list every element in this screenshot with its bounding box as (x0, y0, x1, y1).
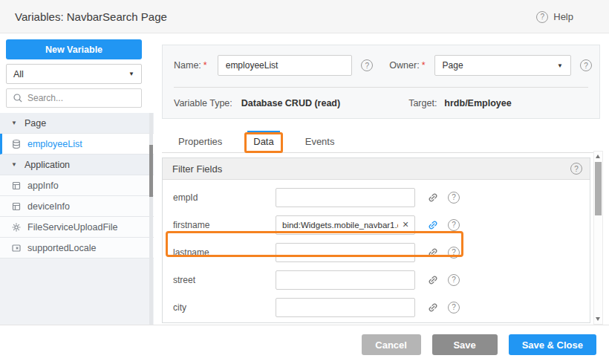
required-marker: * (422, 60, 426, 71)
city-value-input[interactable] (276, 298, 415, 317)
scroll-down-icon[interactable] (596, 317, 600, 321)
variable-name-input[interactable] (218, 55, 353, 76)
dialog-footer: Cancel Save Save & Close (0, 325, 609, 364)
tree-item-employeelist[interactable]: employeeList (0, 134, 154, 155)
field-label: firstname (173, 220, 276, 230)
variable-summary-panel: Name: * ? Owner: * Page ▼ ? Variable Typ… (162, 45, 600, 119)
target-value: hrdb/Employee (444, 98, 511, 108)
owner-select[interactable]: Page ▼ (434, 55, 571, 76)
cancel-button[interactable]: Cancel (362, 334, 421, 355)
tree-item-deviceinfo[interactable]: deviceInfo (0, 196, 154, 217)
caret-down-icon: ▼ (11, 161, 17, 168)
filter-row-firstname: firstname × ? (163, 211, 590, 238)
tab-properties[interactable]: Properties (172, 131, 228, 152)
tree-group-page[interactable]: ▼ Page (0, 113, 154, 134)
object-icon (11, 181, 22, 191)
bind-link-icon[interactable] (427, 302, 439, 313)
variable-filter-select[interactable]: All ▼ (6, 64, 142, 84)
tab-data[interactable]: Data (247, 131, 279, 152)
empid-value-input[interactable] (276, 188, 415, 207)
search-input[interactable] (27, 93, 135, 103)
tree-group-application[interactable]: ▼ Application (0, 155, 154, 175)
new-variable-button[interactable]: New Variable (6, 39, 142, 59)
variable-type-label: Variable Type: (174, 98, 232, 108)
variables-dialog: Variables: NavbarSearch Page ? Help New … (0, 0, 609, 364)
help-label: Help (553, 11, 573, 22)
dialog-title: Variables: NavbarSearch Page (15, 0, 167, 33)
bind-link-icon[interactable] (427, 274, 439, 286)
search-icon (13, 93, 23, 103)
filter-row-city: city ? (163, 293, 590, 321)
content-scrollbar[interactable] (593, 151, 603, 325)
save-and-close-button[interactable]: Save & Close (509, 334, 596, 355)
variable-detail-pane: Name: * ? Owner: * Page ▼ ? Variable Typ… (154, 33, 609, 325)
owner-value: Page (443, 60, 463, 71)
service-gear-icon (11, 222, 22, 233)
variable-filter-value: All (13, 69, 24, 79)
field-label: street (173, 275, 276, 285)
variables-sidebar: New Variable All ▼ ▼ Page employeeList (0, 33, 154, 325)
tree-item-label: appInfo (27, 181, 59, 191)
filter-row-empid: empId ? (163, 183, 590, 211)
filter-fields-help-icon[interactable]: ? (570, 163, 582, 175)
bind-link-icon-active[interactable] (427, 219, 439, 231)
filter-row-lastname: lastname ? (163, 238, 590, 266)
field-help-icon[interactable]: ? (448, 192, 460, 204)
field-label: lastname (173, 247, 276, 258)
help-link[interactable]: ? Help (536, 0, 573, 33)
tree-group-label: Application (25, 160, 70, 170)
tree-group-label: Page (25, 118, 46, 129)
bind-link-icon[interactable] (427, 247, 439, 259)
required-marker: * (203, 60, 207, 71)
filter-fields-title: Filter Fields (172, 163, 222, 175)
object-icon (11, 201, 22, 212)
chevron-down-icon: ▼ (557, 62, 563, 69)
clear-binding-icon[interactable]: × (400, 218, 411, 230)
database-icon (11, 139, 22, 149)
tree-item-label: deviceInfo (27, 201, 70, 212)
name-help-icon[interactable]: ? (361, 59, 373, 71)
variables-tree: ▼ Page employeeList ▼ Application appInf… (0, 113, 154, 325)
field-help-icon[interactable]: ? (448, 247, 460, 259)
field-help-icon[interactable]: ? (448, 302, 460, 313)
firstname-value-input[interactable] (276, 215, 415, 235)
field-help-icon[interactable]: ? (448, 274, 460, 286)
scroll-up-icon[interactable] (596, 155, 600, 158)
sidebar-search[interactable] (6, 88, 142, 108)
field-label: empId (173, 192, 276, 203)
divider (174, 87, 588, 88)
variable-type-value: Database CRUD (read) (241, 98, 340, 108)
name-label: Name: (174, 60, 201, 71)
sidebar-scrollbar-thumb[interactable] (149, 145, 153, 197)
field-label: city (173, 302, 276, 313)
tree-item-supportedlocale[interactable]: supportedLocale (0, 238, 154, 259)
content-scrollbar-thumb[interactable] (595, 162, 602, 215)
owner-help-icon[interactable]: ? (580, 59, 592, 71)
field-help-icon[interactable]: ? (448, 219, 460, 231)
chevron-down-icon: ▼ (128, 71, 134, 77)
tree-item-fileserviceuploadfile[interactable]: FileServiceUploadFile (0, 217, 154, 238)
owner-label: Owner: (389, 60, 419, 71)
filter-row-street: street ? (163, 266, 590, 293)
tree-item-label: FileServiceUploadFile (27, 222, 118, 233)
target-label: Target: (408, 98, 437, 108)
save-button[interactable]: Save (432, 334, 498, 355)
dialog-header: Variables: NavbarSearch Page ? Help (0, 0, 609, 33)
lastname-value-input[interactable] (276, 243, 415, 262)
tree-item-label: supportedLocale (27, 243, 96, 253)
tab-events[interactable]: Events (299, 131, 341, 152)
tree-item-appinfo[interactable]: appInfo (0, 175, 154, 196)
help-icon: ? (536, 11, 548, 23)
street-value-input[interactable] (276, 270, 415, 290)
filter-fields-panel: Filter Fields ? empId ? firstname × (162, 157, 590, 323)
bind-link-icon[interactable] (427, 192, 439, 204)
tree-item-label: employeeList (27, 139, 82, 149)
locale-icon (11, 243, 22, 253)
caret-down-icon: ▼ (11, 120, 17, 126)
detail-tabbar: Properties Data Events (162, 131, 600, 153)
